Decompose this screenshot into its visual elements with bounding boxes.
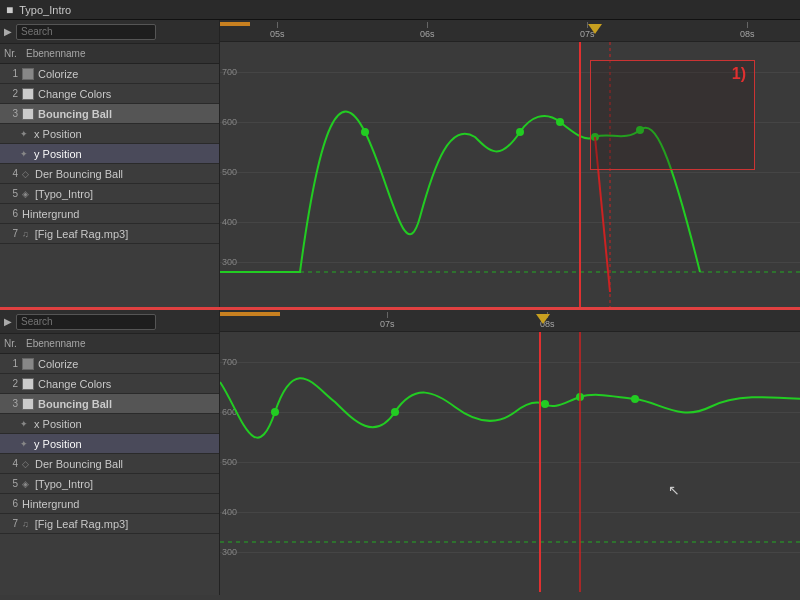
layer-swatch	[22, 358, 34, 370]
precomp-icon: ◇	[22, 169, 29, 179]
layer-name: Change Colors	[38, 378, 215, 390]
layer-name: y Position	[34, 148, 215, 160]
layer-name: [Typo_Intro]	[35, 478, 215, 490]
layer-name: Colorize	[38, 68, 215, 80]
layer-row[interactable]: 1 Colorize	[0, 64, 219, 84]
layer-row[interactable]: 5 ◈ [Typo_Intro]	[0, 184, 219, 204]
layer-name: Hintergrund	[22, 208, 215, 220]
layer-toolbar-top: ▶	[0, 20, 219, 44]
svg-point-3	[556, 118, 564, 126]
timeline-ruler-top[interactable]: 05s 06s 07s 08s 09s	[220, 20, 800, 42]
transform-icon: ✦	[20, 419, 28, 429]
panel-bottom: ▶ Nr. Ebenenname 1 Colorize 2 Change Col…	[0, 310, 800, 595]
layer-row-bouncing-ball[interactable]: 3 Bouncing Ball	[0, 104, 219, 124]
panel-top: ▶ Nr. Ebenenname 1 Colorize 2 Change Col…	[0, 20, 800, 310]
graph-area-bottom: 07s 08s 700 600 500 400 300	[220, 310, 800, 595]
layer-name: Hintergrund	[22, 498, 215, 510]
layer-name: Bouncing Ball	[38, 398, 215, 410]
layer-swatch	[22, 378, 34, 390]
panel-icon: ▶	[4, 316, 12, 327]
svg-point-12	[541, 400, 549, 408]
layer-row[interactable]: 2 Change Colors	[0, 374, 219, 394]
transform-icon: ✦	[20, 129, 28, 139]
layer-row-xpos[interactable]: ✦ x Position	[0, 124, 219, 144]
layer-row-ypos[interactable]: ✦ y Position	[0, 144, 219, 164]
svg-point-2	[516, 128, 524, 136]
title-bar: ■ Typo_Intro	[0, 0, 800, 20]
col-name-bottom: Ebenenname	[26, 338, 86, 349]
layer-swatch	[22, 88, 34, 100]
layer-row-bouncing-ball-2[interactable]: 3 Bouncing Ball	[0, 394, 219, 414]
search-input-top[interactable]	[16, 24, 156, 40]
layer-name: y Position	[34, 438, 215, 450]
layer-swatch	[22, 398, 34, 410]
graph-canvas-top: 700 600 500 400 300	[220, 42, 800, 307]
layer-name: Der Bouncing Ball	[35, 168, 215, 180]
svg-point-14	[631, 395, 639, 403]
layer-name: Der Bouncing Ball	[35, 458, 215, 470]
audio-icon: ♫	[22, 229, 29, 239]
layer-name: x Position	[34, 418, 215, 430]
layer-headers-bottom: Nr. Ebenenname	[0, 334, 219, 354]
layer-row[interactable]: 5 ◈ [Typo_Intro]	[0, 474, 219, 494]
title-text: Typo_Intro	[19, 4, 71, 16]
annotation-label: 1)	[732, 65, 746, 83]
graph-canvas-bottom: 700 600 500 400 300	[220, 332, 800, 595]
col-name-top: Ebenenname	[26, 48, 86, 59]
audio-icon: ♫	[22, 519, 29, 529]
layer-row[interactable]: 6 Hintergrund	[0, 204, 219, 224]
layer-name: [Fig Leaf Rag.mp3]	[35, 228, 215, 240]
ruler-mark: 08s	[740, 22, 755, 39]
svg-point-10	[271, 408, 279, 416]
layer-name: [Typo_Intro]	[35, 188, 215, 200]
layer-row-ypos-2[interactable]: ✦ y Position	[0, 434, 219, 454]
layer-name: Change Colors	[38, 88, 215, 100]
layer-row[interactable]: 4 ◇ Der Bouncing Ball	[0, 454, 219, 474]
layer-row-xpos-2[interactable]: ✦ x Position	[0, 414, 219, 434]
layer-list-bottom: ▶ Nr. Ebenenname 1 Colorize 2 Change Col…	[0, 310, 220, 595]
layer-row[interactable]: 7 ♫ [Fig Leaf Rag.mp3]	[0, 224, 219, 244]
layer-swatch	[22, 68, 34, 80]
ruler-mark: 06s	[420, 22, 435, 39]
precomp-icon: ◈	[22, 189, 29, 199]
app-icon: ■	[6, 3, 13, 17]
layer-row[interactable]: 4 ◇ Der Bouncing Ball	[0, 164, 219, 184]
layer-name: x Position	[34, 128, 215, 140]
transform-icon: ✦	[20, 149, 28, 159]
precomp-icon: ◇	[22, 459, 29, 469]
layer-list-top: ▶ Nr. Ebenenname 1 Colorize 2 Change Col…	[0, 20, 220, 307]
layer-headers-top: Nr. Ebenenname	[0, 44, 219, 64]
layer-name: Colorize	[38, 358, 215, 370]
layer-toolbar-bottom: ▶	[0, 310, 219, 334]
layer-name: Bouncing Ball	[38, 108, 215, 120]
layer-row[interactable]: 7 ♫ [Fig Leaf Rag.mp3]	[0, 514, 219, 534]
playhead-marker-top	[588, 24, 602, 34]
layer-row[interactable]: 2 Change Colors	[0, 84, 219, 104]
graph-area-top: 05s 06s 07s 08s 09s 700 600 5	[220, 20, 800, 307]
cursor-indicator: ↖	[668, 482, 680, 498]
svg-point-1	[361, 128, 369, 136]
layer-row[interactable]: 6 Hintergrund	[0, 494, 219, 514]
timeline-ruler-bottom[interactable]: 07s 08s	[220, 310, 800, 332]
ruler-mark: 05s	[270, 22, 285, 39]
playhead-marker-bottom	[536, 314, 550, 324]
transform-icon: ✦	[20, 439, 28, 449]
layer-swatch	[22, 108, 34, 120]
search-input-bottom[interactable]	[16, 314, 156, 330]
col-nr-bottom: Nr.	[4, 338, 18, 349]
annotation-box: 1)	[590, 60, 755, 170]
graph-svg-bottom	[220, 332, 800, 595]
ruler-mark: 07s	[380, 312, 395, 329]
precomp-icon: ◈	[22, 479, 29, 489]
layer-name: [Fig Leaf Rag.mp3]	[35, 518, 215, 530]
layer-row[interactable]: 1 Colorize	[0, 354, 219, 374]
col-nr-top: Nr.	[4, 48, 18, 59]
panel-icon: ▶	[4, 26, 12, 37]
svg-point-11	[391, 408, 399, 416]
